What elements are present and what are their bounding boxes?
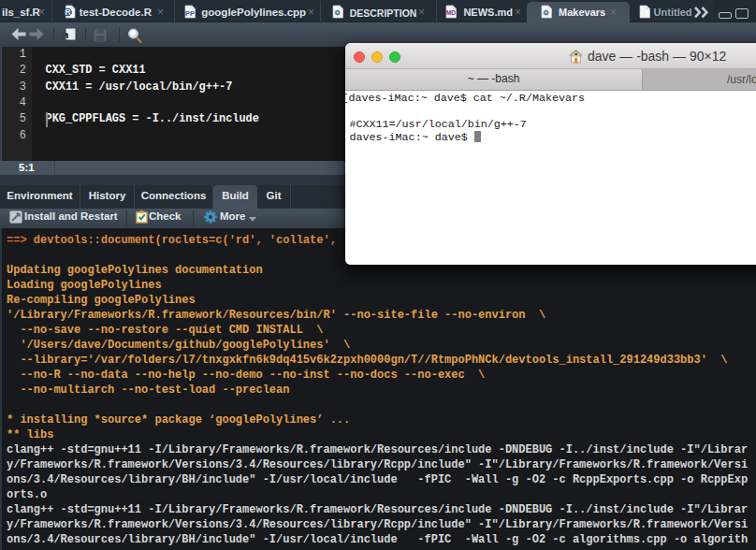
svg-text:MD: MD (445, 9, 455, 16)
svg-text:PP: PP (185, 9, 195, 18)
svg-text:R: R (65, 7, 71, 17)
